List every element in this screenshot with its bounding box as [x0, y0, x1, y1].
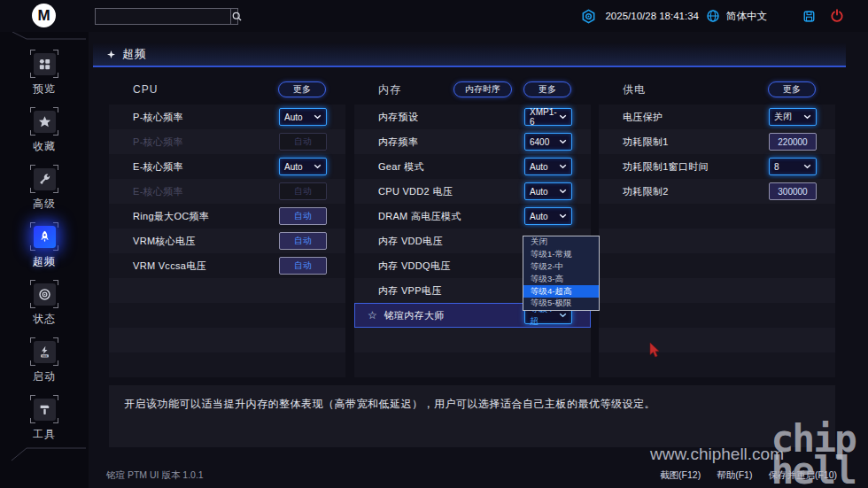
dropdown-option[interactable]: 等级2-中 — [523, 261, 599, 274]
table-row: 功耗限制2 300000 — [599, 179, 835, 204]
table-row: P-核心频率 Auto — [109, 105, 345, 129]
sidebar-item-advanced[interactable]: 高级 — [30, 165, 58, 222]
star-icon — [34, 111, 56, 133]
table-row: CPU VDD2 电压 Auto — [354, 179, 591, 204]
dropdown-option[interactable]: 等级5-极限 — [523, 298, 599, 310]
cpu-column: CPU 更多 P-核心频率 Auto P-核心频率 自动 E-核心频率 Auto — [109, 80, 345, 377]
tools-icon — [34, 399, 56, 421]
sidebar: 预览 收藏 高级 — [0, 32, 89, 488]
table-row: Ring最大OC频率 自动 — [109, 204, 345, 229]
memory-more-button[interactable]: 更多 — [523, 81, 571, 97]
gear-mode-dropdown[interactable]: Auto — [524, 158, 572, 175]
chevron-down-icon — [314, 164, 322, 169]
chevron-down-icon — [314, 114, 322, 120]
ring-oc-freq-input[interactable]: 自动 — [279, 207, 327, 225]
table-row: 功耗限制1 220000 — [599, 129, 835, 154]
table-row-empty — [599, 229, 835, 253]
table-row-empty — [599, 204, 835, 229]
dropdown-option-selected[interactable]: 等级4-超高 — [523, 285, 599, 298]
search-input[interactable] — [96, 9, 230, 24]
chevron-down-icon — [559, 114, 567, 120]
dropdown-option[interactable]: 等级3-高 — [523, 273, 599, 285]
power-more-button[interactable]: 更多 — [768, 81, 816, 97]
datetime: 2025/10/28 18:41:34 — [605, 11, 699, 21]
chevron-down-icon — [559, 164, 567, 169]
table-row-empty — [109, 328, 345, 352]
cpu-vdd2-voltage-dropdown[interactable]: Auto — [524, 182, 572, 200]
table-row: E-核心频率 Auto — [109, 154, 345, 179]
chevron-down-icon — [803, 114, 811, 120]
cpu-more-button[interactable]: 更多 — [278, 81, 326, 97]
table-row: Gear 模式 Auto — [354, 154, 591, 179]
sidebar-item-status[interactable]: 状态 — [30, 280, 58, 337]
memory-column: 内存 内存时序 更多 内存预设 XMP1-6 内存频率 6400 — [354, 80, 591, 377]
search-icon — [231, 11, 243, 22]
power-icon[interactable] — [830, 9, 844, 23]
sidebar-item-overclock[interactable]: 超频 — [30, 222, 58, 280]
star-outline-icon: ☆ — [368, 309, 377, 321]
sidebar-item-favorites[interactable]: 收藏 — [30, 107, 58, 165]
save-icon[interactable] — [802, 10, 816, 23]
settings-gear-icon[interactable] — [581, 9, 596, 24]
table-row-empty — [354, 328, 591, 352]
diamond-icon — [107, 50, 115, 58]
table-row: 内存预设 XMP1-6 — [354, 105, 591, 129]
table-row: 内存频率 6400 — [354, 129, 591, 154]
table-row-empty — [599, 352, 835, 377]
p-core-freq-dropdown[interactable]: Auto — [279, 108, 327, 126]
table-row: P-核心频率 自动 — [109, 129, 345, 154]
table-row-empty — [599, 278, 835, 303]
rocket-icon — [34, 226, 56, 248]
table-row: 电压保护 关闭 — [599, 105, 835, 129]
table-row: E-核心频率 自动 — [109, 179, 345, 204]
e-core-freq-dropdown[interactable]: Auto — [279, 158, 327, 175]
language-selector[interactable]: 简体中文 — [726, 10, 767, 23]
status-icon — [34, 283, 56, 306]
save-reboot-action[interactable]: 保存并重启(F10) — [768, 469, 837, 482]
screenshot-action[interactable]: 截图(F12) — [660, 469, 701, 482]
e-core-freq-input-disabled: 自动 — [279, 182, 327, 200]
help-action[interactable]: 帮助(F1) — [717, 469, 752, 482]
memory-master-dropdown-menu: 关闭 等级1-常规 等级2-中 等级3-高 等级4-超高 等级5-极限 — [523, 236, 600, 311]
power-column: 供电 更多 电压保护 关闭 功耗限制1 220000 功耗限制1窗口时间 8 — [599, 80, 835, 377]
chevron-down-icon — [559, 313, 567, 318]
search-box — [95, 8, 238, 25]
topbar: M 2025/10/28 18:41:34 简体中文 — [0, 0, 868, 32]
chevron-down-icon — [559, 213, 567, 219]
table-row-empty — [599, 303, 835, 328]
table-row: DRAM 高电压模式 Auto — [354, 204, 591, 229]
sidebar-item-label: 启动 — [33, 369, 56, 384]
vrm-core-voltage-input[interactable]: 自动 — [279, 232, 327, 250]
table-row: VRM Vccsa电压 自动 — [109, 253, 345, 278]
table-row-empty — [599, 253, 835, 278]
dram-high-voltage-dropdown[interactable]: Auto — [524, 207, 572, 225]
sidebar-item-label: 收藏 — [33, 139, 56, 154]
grid-icon — [34, 53, 56, 75]
dropdown-option[interactable]: 关闭 — [523, 236, 599, 249]
svg-text:SSD: SSD — [42, 354, 48, 357]
memory-frequency-dropdown[interactable]: 6400 — [524, 133, 572, 151]
maxsun-logo-icon: M — [32, 4, 56, 27]
page-header: 超频 — [93, 43, 846, 67]
table-row: 功耗限制1窗口时间 8 — [599, 154, 835, 179]
sidebar-item-label: 高级 — [33, 197, 56, 212]
sidebar-item-boot[interactable]: SSD 启动 — [30, 337, 58, 395]
globe-icon[interactable] — [706, 9, 720, 23]
description-panel: 开启该功能可以适当提升内存的整体表现（高带宽和低延迟），用户可以选择适合自己主板… — [109, 385, 835, 447]
power-limit2-input[interactable]: 300000 — [769, 182, 817, 200]
power-limit1-input[interactable]: 220000 — [769, 133, 817, 151]
table-row-empty — [109, 278, 345, 303]
sidebar-item-label: 超频 — [33, 254, 56, 269]
power-limit1-window-dropdown[interactable]: 8 — [769, 158, 817, 175]
voltage-protect-dropdown[interactable]: 关闭 — [769, 108, 817, 126]
memory-preset-dropdown[interactable]: XMP1-6 — [524, 108, 572, 126]
sidebar-item-preview[interactable]: 预览 — [30, 50, 58, 107]
vrm-vccsa-voltage-input[interactable]: 自动 — [279, 257, 327, 275]
search-button[interactable] — [230, 9, 243, 24]
memory-timings-button[interactable]: 内存时序 — [453, 81, 512, 97]
sidebar-item-label: 工具 — [33, 427, 56, 442]
sidebar-item-tools[interactable]: 工具 — [30, 395, 58, 453]
table-row: VRM核心电压 自动 — [109, 229, 345, 253]
dropdown-option[interactable]: 等级1-常规 — [523, 249, 599, 261]
sidebar-item-label: 预览 — [33, 81, 56, 97]
